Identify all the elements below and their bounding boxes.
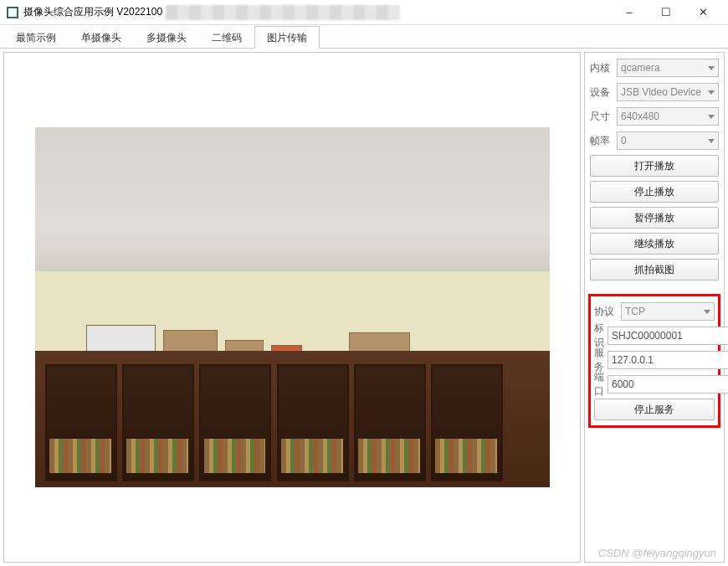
chevron-down-icon [708, 139, 715, 143]
minimize-button[interactable]: – [611, 1, 648, 24]
size-value: 640x480 [621, 111, 659, 122]
server-input[interactable] [608, 351, 728, 369]
titlebar: 摄像头综合应用示例 V2022100 – ☐ ✕ [0, 0, 728, 25]
maximize-button[interactable]: ☐ [648, 1, 684, 24]
device-select[interactable]: JSB Video Device [617, 83, 719, 101]
pause-play-button[interactable]: 暂停播放 [590, 207, 719, 229]
tab-single-camera[interactable]: 单摄像头 [69, 26, 134, 49]
open-play-button[interactable]: 打开播放 [590, 155, 719, 177]
kernel-select[interactable]: qcamera [617, 59, 719, 77]
port-input[interactable] [608, 375, 728, 394]
tab-image-transfer[interactable]: 图片传输 [254, 26, 320, 49]
chevron-down-icon [708, 90, 715, 95]
tab-multi-camera[interactable]: 多摄像头 [134, 26, 199, 49]
size-select[interactable]: 640x480 [617, 107, 719, 126]
app-icon [7, 7, 18, 18]
video-preview-panel [3, 52, 581, 563]
title-redacted [166, 5, 400, 20]
fps-label: 帧率 [590, 134, 613, 148]
port-label: 端口 [594, 370, 604, 399]
chevron-down-icon [704, 310, 710, 314]
stop-service-button[interactable]: 停止服务 [594, 399, 715, 420]
device-label: 设备 [590, 85, 613, 100]
size-label: 尺寸 [590, 110, 613, 124]
device-value: JSB Video Device [621, 86, 701, 98]
video-frame [35, 127, 550, 487]
window-title: 摄像头综合应用示例 V2022100 [23, 5, 162, 19]
protocol-select[interactable]: TCP [621, 302, 715, 321]
resume-play-button[interactable]: 继续播放 [590, 233, 719, 255]
network-settings-highlight: 协议 TCP 标识 服务 端口 停止服务 [588, 294, 720, 428]
content-area: 内核 qcamera 设备 JSB Video Device 尺寸 640x48… [0, 49, 728, 566]
tab-simple[interactable]: 最简示例 [3, 26, 69, 49]
fps-value: 0 [621, 135, 627, 147]
chevron-down-icon [708, 66, 715, 70]
id-input[interactable] [608, 327, 728, 345]
tab-bar: 最简示例 单摄像头 多摄像头 二维码 图片传输 [0, 25, 728, 49]
snapshot-button[interactable]: 抓拍截图 [590, 259, 719, 280]
protocol-value: TCP [625, 306, 645, 317]
stop-play-button[interactable]: 停止播放 [590, 181, 719, 203]
control-sidebar: 内核 qcamera 设备 JSB Video Device 尺寸 640x48… [584, 52, 725, 563]
chevron-down-icon [708, 115, 715, 119]
kernel-label: 内核 [590, 61, 613, 75]
tab-qrcode[interactable]: 二维码 [199, 26, 254, 49]
protocol-label: 协议 [594, 305, 618, 319]
close-button[interactable]: ✕ [684, 1, 721, 24]
fps-select[interactable]: 0 [617, 131, 719, 150]
kernel-value: qcamera [621, 62, 660, 74]
